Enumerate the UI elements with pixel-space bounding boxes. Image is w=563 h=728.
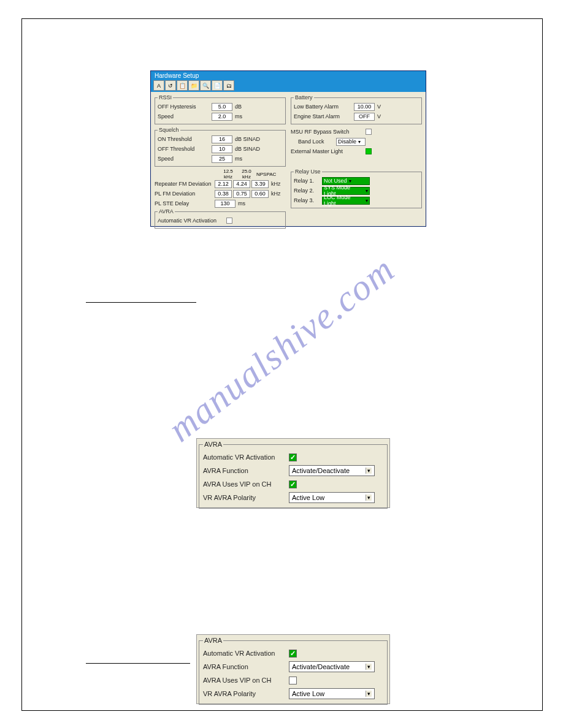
band-lock-select[interactable]: Disable xyxy=(336,138,366,146)
divider xyxy=(86,663,190,664)
low-battery-input[interactable] xyxy=(354,103,375,111)
unit-label: kHz xyxy=(271,191,281,197)
squelch-speed-label: Speed xyxy=(158,156,210,162)
avra-function-label: AVRA Function xyxy=(203,663,289,670)
avra-function-select[interactable]: Activate/Deactivate xyxy=(289,465,375,476)
squelch-group: Squelch ON Threshold dB SINAD OFF Thresh… xyxy=(155,127,286,167)
auto-vr-activation-checkbox[interactable]: ✓ xyxy=(289,453,297,461)
unit-label: dB SINAD xyxy=(235,146,260,152)
hardware-setup-window: Hardware Setup A ↺ 📋 📁 🔍 📄 🗂 RSSI OFF Hy… xyxy=(150,70,426,227)
avra-fieldset: AVRA Automatic VR Activation ✓ AVRA Func… xyxy=(199,441,388,509)
avra-fieldset: AVRA Automatic VR Activation ✓ AVRA Func… xyxy=(199,637,388,705)
band-lock-label: Band Lock xyxy=(298,138,335,145)
toolbar-button[interactable]: 🔍 xyxy=(200,80,211,91)
pl-deviation-label: PL FM Deviation xyxy=(155,191,213,197)
rep-dev-12-input[interactable] xyxy=(215,180,232,188)
vr-avra-polarity-value: Active Low xyxy=(292,494,324,501)
avra-panel-2: AVRA Automatic VR Activation ✓ AVRA Func… xyxy=(196,634,390,704)
toolbar-button[interactable]: 📋 xyxy=(177,80,188,91)
auto-vr-activation-label: Automatic VR Activation xyxy=(203,650,289,657)
relay-group: Relay Use Relay 1. Not Used Relay 2. SYS… xyxy=(291,169,422,208)
auto-vr-activation-label: Automatic VR Activation xyxy=(158,218,225,224)
unit-label: dB xyxy=(235,104,242,110)
rssi-legend: RSSI xyxy=(158,94,173,100)
on-threshold-label: ON Threshold xyxy=(158,136,210,142)
avra-panel-1: AVRA Automatic VR Activation ✓ AVRA Func… xyxy=(196,438,390,508)
unit-label: ms xyxy=(238,200,245,207)
external-master-light-indicator xyxy=(366,148,372,154)
off-hysteresis-label: OFF Hysteresis xyxy=(158,104,210,110)
avra-vip-label: AVRA Uses VIP on CH xyxy=(203,480,289,488)
relay3-label: Relay 3. xyxy=(294,197,321,203)
unit-label: dB SINAD xyxy=(235,136,260,142)
rep-dev-25-input[interactable] xyxy=(233,180,250,188)
rep-dev-npspac-input[interactable] xyxy=(251,180,269,188)
avra-mini-legend: AVRA xyxy=(158,208,175,214)
engine-start-input[interactable] xyxy=(354,113,375,121)
vr-avra-polarity-value: Active Low xyxy=(292,690,324,697)
low-battery-label: Low Battery Alarm xyxy=(294,104,353,110)
engine-start-label: Engine Start Alarm xyxy=(294,113,353,119)
unit-label: ms xyxy=(235,113,242,119)
relay2-label: Relay 2. xyxy=(294,188,321,194)
rssi-group: RSSI OFF Hysteresis dB Speed ms xyxy=(155,94,286,124)
off-threshold-label: OFF Threshold xyxy=(158,146,210,152)
avra-vip-checkbox[interactable]: ✓ xyxy=(289,480,297,488)
relay-legend: Relay Use xyxy=(294,169,322,175)
col-header: 12.5 kHz xyxy=(220,169,237,180)
unit-label: V xyxy=(377,104,381,110)
rssi-speed-input[interactable] xyxy=(212,113,232,121)
avra-function-value: Activate/Deactivate xyxy=(292,663,350,670)
unit-label: ms xyxy=(235,156,242,162)
avra-function-select[interactable]: Activate/Deactivate xyxy=(289,661,375,672)
repeater-deviation-label: Repeater FM Deviation xyxy=(155,181,213,187)
toolbar: A ↺ 📋 📁 🔍 📄 🗂 xyxy=(151,80,426,92)
off-hysteresis-input[interactable] xyxy=(212,103,232,111)
pl-dev-12-input[interactable] xyxy=(215,190,232,198)
avra-legend: AVRA xyxy=(203,441,223,448)
toolbar-button[interactable]: 📄 xyxy=(212,80,223,91)
auto-vr-activation-label: Automatic VR Activation xyxy=(203,453,289,461)
toolbar-button[interactable]: 📁 xyxy=(188,80,199,91)
off-threshold-input[interactable] xyxy=(212,145,232,153)
pl-ste-delay-input[interactable] xyxy=(215,200,236,208)
divider xyxy=(86,302,196,303)
msu-bypass-checkbox[interactable] xyxy=(366,129,372,135)
avra-vip-label: AVRA Uses VIP on CH xyxy=(203,677,289,684)
window-title: Hardware Setup xyxy=(151,71,426,80)
squelch-legend: Squelch xyxy=(158,127,180,133)
pl-dev-25-input[interactable] xyxy=(233,190,250,198)
external-master-light-label: External Master Light xyxy=(291,148,364,154)
toolbar-button[interactable]: 🗂 xyxy=(223,80,234,91)
vr-avra-polarity-label: VR AVRA Polarity xyxy=(203,494,289,501)
col-header: NPSPAC xyxy=(256,172,274,177)
battery-legend: Battery xyxy=(294,94,314,100)
relay1-select[interactable]: Not Used xyxy=(322,177,370,185)
vr-avra-polarity-select[interactable]: Active Low xyxy=(289,492,375,503)
vr-avra-polarity-label: VR AVRA Polarity xyxy=(203,690,289,697)
avra-function-value: Activate/Deactivate xyxy=(292,467,350,474)
left-column: RSSI OFF Hysteresis dB Speed ms Squelch … xyxy=(155,94,286,231)
msu-bypass-label: MSU RF Bypass Switch xyxy=(291,129,364,135)
squelch-speed-input[interactable] xyxy=(212,155,232,163)
avra-function-label: AVRA Function xyxy=(203,467,289,474)
auto-vr-activation-checkbox[interactable]: ✓ xyxy=(289,650,297,658)
rssi-speed-label: Speed xyxy=(158,113,210,119)
unit-label: V xyxy=(377,113,381,119)
on-threshold-input[interactable] xyxy=(212,135,232,143)
window-body: RSSI OFF Hysteresis dB Speed ms Squelch … xyxy=(151,92,426,233)
avra-vip-checkbox[interactable] xyxy=(289,677,297,684)
relay2-select[interactable]: SYS Mode Light xyxy=(322,187,370,195)
toolbar-button[interactable]: ↺ xyxy=(165,80,176,91)
avra-mini-group: AVRA Automatic VR Activation xyxy=(155,208,286,229)
pl-dev-npspac-input[interactable] xyxy=(251,190,269,198)
vr-avra-polarity-select[interactable]: Active Low xyxy=(289,688,375,699)
col-header: 25.0 kHz xyxy=(238,169,255,180)
pl-ste-delay-label: PL STE Delay xyxy=(155,200,213,207)
relay1-label: Relay 1. xyxy=(294,178,321,184)
auto-vr-activation-checkbox[interactable] xyxy=(226,218,232,224)
battery-group: Battery Low Battery Alarm V Engine Start… xyxy=(291,94,422,124)
right-column: Battery Low Battery Alarm V Engine Start… xyxy=(291,94,422,231)
toolbar-button[interactable]: A xyxy=(153,80,164,91)
relay3-select[interactable]: LOC Mode Light xyxy=(322,197,370,205)
